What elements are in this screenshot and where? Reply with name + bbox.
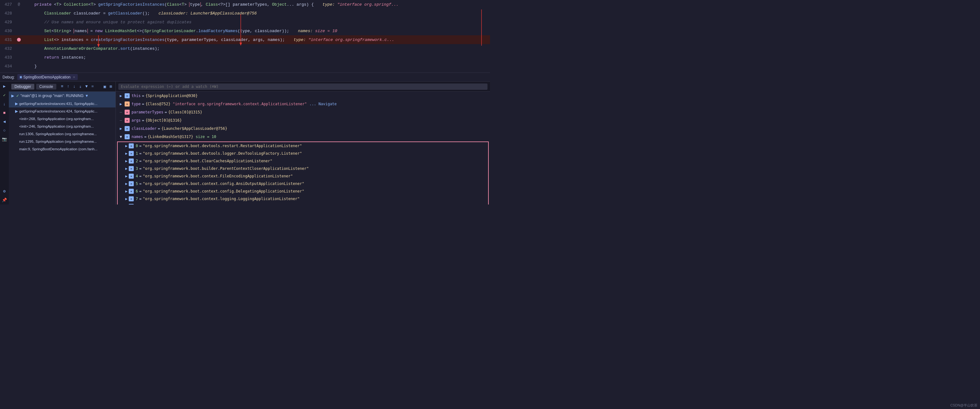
names-expand-0[interactable]: ▶	[125, 144, 127, 148]
names-item-3[interactable]: ▶ = 3 = "org.springframework.boot.builde…	[118, 165, 488, 173]
code-line-430: 430 Set<String> names = new LinkedHashSe…	[0, 27, 490, 35]
names-item-6[interactable]: ▶ = 6 = "org.springframework.boot.contex…	[118, 187, 488, 195]
var-name-paramtypes: parameterTypes	[132, 110, 163, 114]
expand-type[interactable]: ▶	[118, 101, 123, 107]
expand-args[interactable]: —	[118, 118, 123, 123]
filter-thread-icon[interactable]: ▼	[85, 94, 89, 98]
thread-name: "main"@1 in group "main": RUNNING	[21, 94, 84, 98]
sort-down-icon[interactable]: ↓	[72, 83, 76, 90]
names-item-2[interactable]: ▶ = 2 = "org.springframework.boot.ClearC…	[118, 157, 488, 165]
frame-row-5[interactable]: ▶ run:1295, SpringApplication (org.sprin…	[9, 138, 116, 145]
names-val-1: "org.springframework.boot.devtools.logge…	[143, 151, 302, 156]
names-expand-2[interactable]: ▶	[125, 159, 127, 163]
code-line-428: 428 ClassLoader classLoader = getClassLo…	[0, 9, 490, 18]
frame-label-4: run:1306, SpringApplication (org.springf…	[19, 132, 97, 136]
names-expand-3[interactable]: ▶	[125, 166, 127, 171]
names-expand-4[interactable]: ▶	[125, 174, 127, 178]
frame-label-6: main:9, SpringBootDemoApplication (com.f…	[19, 147, 97, 151]
config-icon[interactable]: =	[91, 83, 95, 90]
frame-row-3[interactable]: ▶ <init>:246, SpringApplication (org.spr…	[9, 123, 116, 130]
expand-this[interactable]: ▶	[118, 93, 123, 98]
var-row-this[interactable]: ▶ = this = {SpringApplication@930}	[116, 92, 490, 100]
names-expand-1[interactable]: ▶	[125, 151, 127, 156]
names-val-7: "org.springframework.boot.context.loggin…	[143, 197, 300, 201]
check-mark: ✓	[16, 94, 19, 98]
line-number-430: 430	[0, 29, 16, 34]
frame-row-6[interactable]: ▶ main:9, SpringBootDemoApplication (com…	[9, 145, 116, 153]
names-val-2: "org.springframework.boot.ClearCachesApp…	[143, 159, 272, 163]
expand-icon[interactable]: ⊞	[109, 83, 113, 90]
names-expand-5[interactable]: ▶	[125, 182, 127, 186]
filter-icon[interactable]: ▼	[84, 83, 88, 90]
debug-header: Debug: ▣ SpringBootDemoApplication ✕	[0, 73, 490, 81]
names-icon-7: =	[129, 196, 134, 201]
var-row-args[interactable]: — = args = {Object[0]@1316}	[116, 116, 490, 125]
var-row-type[interactable]: ▶ = type = {Class@752} "interface org.sp…	[116, 100, 490, 108]
stop-icon[interactable]: ■	[1, 109, 8, 116]
frames-panel: Debugger Console ≡ ↑ ↓ ⇓ ▼ = ▣ ⊞ ▶ ✓	[9, 81, 116, 204]
names-item-7[interactable]: ▶ = 7 = "org.springframework.boot.contex…	[118, 195, 488, 203]
camera-icon[interactable]: 📷	[1, 136, 8, 143]
var-value-classloader: {Launcher$AppClassLoader@756}	[161, 126, 228, 131]
step-into2-icon[interactable]: ⇓	[78, 83, 83, 90]
frame-label-5: run:1295, SpringApplication (org.springf…	[19, 140, 97, 143]
names-expand-6[interactable]: ▶	[125, 189, 127, 193]
var-icon-args: =	[125, 118, 130, 123]
names-item-1[interactable]: ▶ = 1 = "org.springframework.boot.devtoo…	[118, 150, 488, 157]
step-over-icon[interactable]: ✓	[1, 92, 8, 99]
var-value-args: {Object[0]@1316}	[145, 118, 182, 123]
navigate-link[interactable]: ... Navigate	[309, 102, 337, 106]
mute-icon[interactable]: ○	[1, 127, 8, 134]
code-line-432: 432 AnnotationAwareOrderComparator.sort(…	[0, 44, 490, 53]
var-icon-type: =	[125, 101, 130, 107]
var-row-paramtypes[interactable]: — = parameterTypes = {Class[0]@1315}	[116, 108, 490, 116]
names-item-4[interactable]: ▶ = 4 = "org.springframework.boot.contex…	[118, 173, 488, 180]
names-icon-3: =	[129, 166, 134, 171]
resume-icon[interactable]: ◀	[1, 118, 8, 125]
var-name-this: this	[132, 94, 141, 98]
frame-row-0[interactable]: ▶ getSpringFactoriesInstances:431, Sprin…	[9, 100, 116, 107]
frame-row-4[interactable]: ▶ run:1306, SpringApplication (org.sprin…	[9, 130, 116, 138]
evaluate-input[interactable]	[118, 83, 487, 90]
debug-panel: Debug: ▣ SpringBootDemoApplication ✕ ▶ ✓…	[0, 72, 490, 204]
frame-arrow-1: ▶	[15, 109, 18, 113]
var-row-names[interactable]: ▼ = names = {LinkedHashSet@1317} size = …	[116, 133, 490, 141]
var-name-args: args	[132, 118, 141, 123]
play-icon[interactable]: ▶	[1, 83, 8, 90]
expand-classloader[interactable]: ▶	[118, 126, 123, 131]
names-item-5[interactable]: ▶ = 5 = "org.springframework.boot.contex…	[118, 180, 488, 187]
expand-names[interactable]: ▼	[118, 134, 123, 139]
collapse-icon[interactable]: ▣	[103, 83, 107, 90]
names-icon-8: =	[129, 204, 134, 204]
names-expand-7[interactable]: ▶	[125, 197, 127, 201]
line-number-433: 433	[0, 55, 16, 60]
settings-icon[interactable]: ⚙	[1, 188, 8, 195]
names-val-5: "org.springframework.boot.context.config…	[143, 182, 304, 186]
debug-app-name: SpringBootDemoApplication	[23, 75, 70, 80]
debugger-tab[interactable]: Debugger	[11, 84, 34, 89]
console-tab[interactable]: Console	[36, 84, 56, 89]
frame-row-2[interactable]: ▶ <init>:268, SpringApplication (org.spr…	[9, 115, 116, 123]
names-item-0[interactable]: ▶ = 0 = "org.springframework.boot.devtoo…	[118, 142, 488, 150]
line-number-434: 434	[0, 64, 16, 69]
names-index-6: 6	[136, 189, 138, 193]
list-icon[interactable]: ≡	[60, 83, 64, 90]
debug-app-tab[interactable]: ▣ SpringBootDemoApplication ✕	[17, 74, 78, 80]
names-val-0: "org.springframework.boot.devtools.resta…	[143, 144, 302, 148]
frame-row-1[interactable]: ▶ getSpringFactoriesInstances:424, Sprin…	[9, 107, 116, 115]
sort-up-icon[interactable]: ↑	[66, 83, 70, 90]
expand-paramtypes[interactable]: —	[118, 110, 123, 115]
pin-icon[interactable]: 📌	[1, 197, 8, 204]
names-index-5: 5	[136, 182, 138, 186]
var-name-type: type	[132, 102, 141, 106]
variables-panel: ▶ = this = {SpringApplication@930} ▶ = t…	[116, 81, 490, 204]
breakpoint-427: @	[16, 2, 22, 6]
line-number-432: 432	[0, 46, 16, 51]
step-into-icon[interactable]: ↓	[1, 101, 8, 107]
var-row-classloader[interactable]: ▶ = classLoader = {Launcher$AppClassLoad…	[116, 125, 490, 133]
names-icon-0: =	[129, 143, 134, 149]
thread-row[interactable]: ▶ ✓ "main"@1 in group "main": RUNNING ▼	[9, 92, 116, 100]
names-expand-8[interactable]: ▶	[125, 204, 127, 204]
names-index-4: 4	[136, 174, 138, 178]
names-item-8[interactable]: ▶ = 8 = "org.springframework.boot.env.En…	[118, 203, 488, 204]
